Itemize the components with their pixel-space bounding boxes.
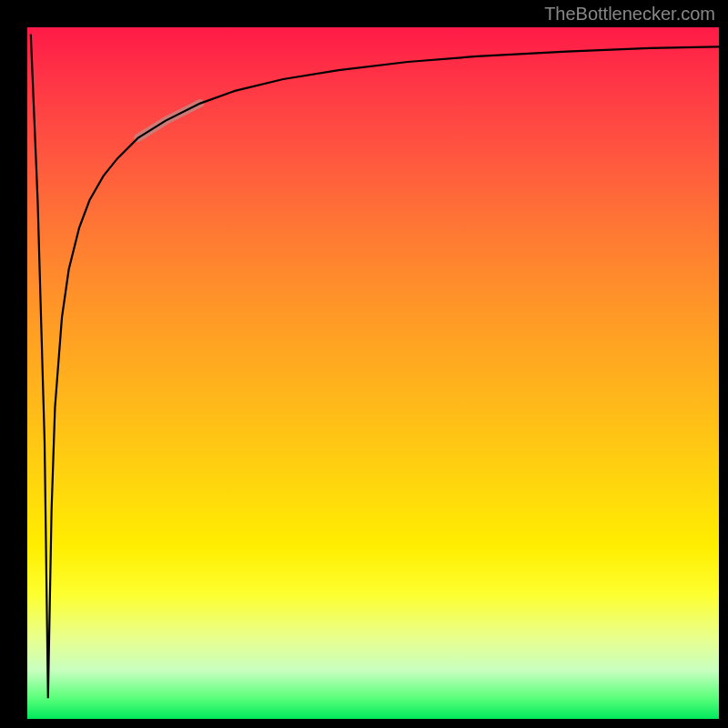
chart-background-gradient [27,27,719,719]
watermark-text: TheBottlenecker.com [544,4,715,25]
